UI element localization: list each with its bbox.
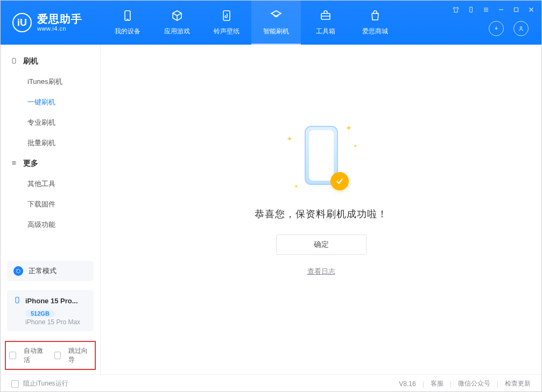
svg-rect-9 <box>515 8 518 12</box>
device-phone-icon <box>13 295 21 307</box>
svg-rect-17 <box>16 297 19 303</box>
nav-tab-toolbox[interactable]: 工具箱 <box>301 1 350 45</box>
storage-badge: 512GB <box>25 310 55 317</box>
sidebar-item-download-firmware[interactable]: 下载固件 <box>1 194 100 215</box>
device-full-name: iPhone 15 Pro Max <box>25 318 87 326</box>
account-button[interactable] <box>513 21 529 36</box>
titlebar-controls <box>451 5 536 15</box>
sidebar-group-label: 更多 <box>23 159 38 168</box>
svg-rect-13 <box>12 58 16 63</box>
close-icon[interactable] <box>526 5 536 15</box>
checkbox-skip-wizard[interactable] <box>54 352 61 359</box>
nav-tab-flash[interactable]: 智能刷机 <box>251 1 301 45</box>
brand-subtitle: www.i4.cn <box>37 25 82 32</box>
main-content: ✦ ✦ ✦ ✦ 恭喜您，保资料刷机成功啦！ 确定 查看日志 <box>101 45 541 374</box>
sidebar-group-flash[interactable]: 刷机 <box>1 51 100 72</box>
device-card[interactable]: iPhone 15 Pro... 512GB iPhone 15 Pro Max <box>7 290 94 331</box>
download-button[interactable] <box>489 21 504 36</box>
success-illustration: ✦ ✦ ✦ ✦ <box>281 122 362 191</box>
checkbox-skip-wizard-label: 跳过向导 <box>68 346 91 365</box>
sidebar-item-advanced[interactable]: 高级功能 <box>1 215 100 235</box>
sparkle-icon: ✦ <box>294 183 298 189</box>
nav-tab-apps[interactable]: 应用游戏 <box>152 1 202 45</box>
more-icon <box>10 159 18 168</box>
cube-icon <box>171 9 184 24</box>
checkbox-block-itunes-label: 阻止iTunes运行 <box>23 379 68 388</box>
version-label: V8.16 <box>399 380 416 388</box>
phone-icon <box>121 9 134 24</box>
nav-label: 爱思商城 <box>362 27 388 36</box>
view-log-link[interactable]: 查看日志 <box>307 267 335 276</box>
nav-label: 智能刷机 <box>263 27 289 36</box>
nav-tab-my-device[interactable]: 我的设备 <box>103 1 152 45</box>
mode-card[interactable]: 正常模式 <box>7 261 94 281</box>
music-icon <box>220 9 233 24</box>
nav-tabs: 我的设备 应用游戏 铃声壁纸 智能刷机 工具箱 爱思商城 <box>103 1 400 45</box>
sidebar-group-label: 刷机 <box>23 56 38 66</box>
header-actions <box>489 21 529 36</box>
sidebar-item-batch-flash[interactable]: 批量刷机 <box>1 133 100 153</box>
toolbox-icon <box>319 9 332 24</box>
phone-small-icon[interactable] <box>466 5 476 15</box>
footer: 阻止iTunes运行 V8.16 | 客服 | 微信公众号 | 检查更新 <box>1 374 541 392</box>
header: iU 爱思助手 www.i4.cn 我的设备 应用游戏 铃声壁纸 智能刷机 工具… <box>1 1 541 45</box>
sidebar-item-itunes-flash[interactable]: iTunes刷机 <box>1 72 100 92</box>
maximize-icon[interactable] <box>511 5 521 15</box>
checkbox-block-itunes[interactable] <box>11 380 19 388</box>
sidebar-group-more[interactable]: 更多 <box>1 153 100 174</box>
sidebar-item-other-tools[interactable]: 其他工具 <box>1 174 100 194</box>
sparkle-icon: ✦ <box>353 143 357 149</box>
sidebar: 刷机 iTunes刷机 一键刷机 专业刷机 批量刷机 更多 其他工具 下载固件 … <box>1 45 101 374</box>
svg-rect-4 <box>470 7 473 12</box>
ok-button[interactable]: 确定 <box>276 234 367 255</box>
sidebar-item-oneclick-flash[interactable]: 一键刷机 <box>1 92 100 112</box>
device-icon <box>10 57 18 66</box>
brand: iU 爱思助手 www.i4.cn <box>1 1 103 45</box>
brand-title: 爱思助手 <box>37 13 82 24</box>
success-message: 恭喜您，保资料刷机成功啦！ <box>255 208 388 220</box>
success-check-icon <box>330 172 349 190</box>
sparkle-icon: ✦ <box>346 124 352 132</box>
nav-tab-store[interactable]: 爱思商城 <box>350 1 400 45</box>
refresh-icon <box>270 9 283 24</box>
nav-label: 应用游戏 <box>164 27 190 36</box>
footer-link-update[interactable]: 检查更新 <box>505 379 531 388</box>
footer-link-wechat[interactable]: 微信公众号 <box>458 379 490 388</box>
checkbox-auto-activate-label: 自动激活 <box>24 346 47 365</box>
mode-status-icon <box>13 266 23 276</box>
mode-label: 正常模式 <box>29 266 57 276</box>
nav-label: 工具箱 <box>316 27 335 36</box>
nav-label: 我的设备 <box>115 27 140 36</box>
svg-rect-2 <box>223 11 230 20</box>
nav-tab-ringtones[interactable]: 铃声壁纸 <box>202 1 251 45</box>
skin-icon[interactable] <box>451 5 461 15</box>
brand-logo-icon: iU <box>12 13 32 32</box>
nav-label: 铃声壁纸 <box>214 27 240 36</box>
svg-point-12 <box>520 27 522 29</box>
bag-icon <box>369 9 382 24</box>
menu-icon[interactable] <box>481 5 491 15</box>
sidebar-item-pro-flash[interactable]: 专业刷机 <box>1 112 100 133</box>
minimize-icon[interactable] <box>496 5 506 15</box>
device-name: iPhone 15 Pro... <box>25 297 78 305</box>
highlighted-options: 自动激活 跳过向导 <box>5 341 96 370</box>
checkbox-auto-activate[interactable] <box>9 352 16 359</box>
sparkle-icon: ✦ <box>286 134 293 143</box>
footer-link-support[interactable]: 客服 <box>431 379 444 388</box>
